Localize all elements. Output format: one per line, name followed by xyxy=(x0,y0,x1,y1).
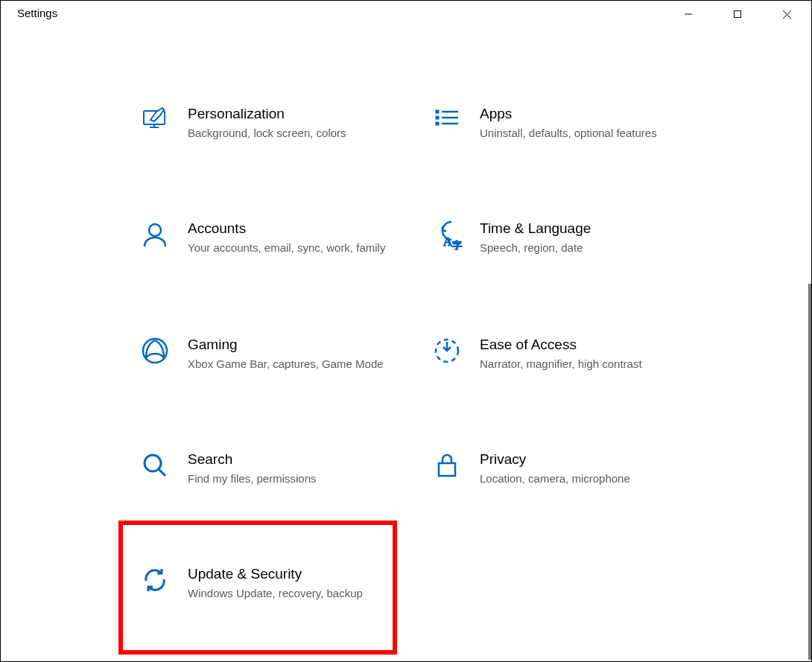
window-controls xyxy=(664,1,811,28)
personalization-icon xyxy=(139,104,171,136)
svg-text:字: 字 xyxy=(452,240,462,250)
tile-desc: Background, lock screen, colors xyxy=(188,126,346,141)
gaming-icon xyxy=(139,334,171,367)
tile-desc: Uninstall, defaults, optional features xyxy=(480,126,657,141)
tile-desc: Windows Update, recovery, backup xyxy=(188,586,363,601)
minimize-icon xyxy=(684,10,693,19)
svg-line-22 xyxy=(159,469,165,476)
search-icon xyxy=(139,449,171,482)
ease-of-access-icon xyxy=(431,334,463,367)
tile-ease-of-access[interactable]: Ease of Access Narrator, magnifier, high… xyxy=(431,334,699,372)
svg-text:A: A xyxy=(443,235,452,248)
window-title: Settings xyxy=(1,1,57,19)
svg-point-21 xyxy=(145,455,161,471)
tile-apps[interactable]: Apps Uninstall, defaults, optional featu… xyxy=(431,104,699,141)
tile-label: Search xyxy=(188,451,317,468)
tile-label: Ease of Access xyxy=(480,336,642,354)
scrollbar-thumb[interactable] xyxy=(808,284,811,660)
close-icon xyxy=(782,10,792,19)
svg-rect-7 xyxy=(436,110,439,113)
tile-desc: Location, camera, microphone xyxy=(480,471,630,486)
tile-accounts[interactable]: Accounts Your accounts, email, sync, wor… xyxy=(139,218,407,255)
tile-label: Accounts xyxy=(188,220,385,238)
tile-desc: Find my files, permissions xyxy=(188,471,317,486)
tile-gaming[interactable]: Gaming Xbox Game Bar, captures, Game Mod… xyxy=(139,334,407,372)
svg-rect-23 xyxy=(439,463,455,476)
svg-rect-1 xyxy=(735,11,741,18)
tile-label: Privacy xyxy=(480,451,630,468)
tile-desc: Narrator, magnifier, high contrast xyxy=(480,357,642,372)
tile-label: Apps xyxy=(480,105,657,123)
tile-personalization[interactable]: Personalization Background, lock screen,… xyxy=(139,104,407,141)
svg-point-13 xyxy=(149,224,161,236)
tile-time-language[interactable]: A 字 Time & Language Speech, region, date xyxy=(431,218,699,255)
tile-desc: Xbox Game Bar, captures, Game Mode xyxy=(188,357,384,372)
titlebar: Settings xyxy=(1,1,811,31)
close-button[interactable] xyxy=(762,1,811,28)
update-security-icon xyxy=(139,564,171,596)
tile-label: Update & Security xyxy=(188,565,363,583)
maximize-icon xyxy=(733,10,742,19)
tile-label: Gaming xyxy=(188,336,384,354)
privacy-icon xyxy=(431,449,463,482)
settings-content: Personalization Background, lock screen,… xyxy=(1,75,811,661)
tile-desc: Your accounts, email, sync, work, family xyxy=(188,241,385,255)
maximize-button[interactable] xyxy=(713,1,762,28)
time-language-icon: A 字 xyxy=(431,218,463,251)
accounts-icon xyxy=(139,218,171,251)
apps-icon xyxy=(431,104,463,136)
settings-window: Settings xyxy=(0,0,812,662)
tile-privacy[interactable]: Privacy Location, camera, microphone xyxy=(431,449,699,486)
tile-label: Time & Language xyxy=(480,220,591,238)
svg-rect-9 xyxy=(436,122,439,125)
tile-search[interactable]: Search Find my files, permissions xyxy=(139,449,407,486)
tile-label: Personalization xyxy=(188,105,346,123)
tile-desc: Speech, region, date xyxy=(480,241,591,255)
svg-rect-8 xyxy=(436,116,439,119)
minimize-button[interactable] xyxy=(664,1,713,28)
tile-update-security[interactable]: Update & Security Windows Update, recove… xyxy=(139,564,407,601)
